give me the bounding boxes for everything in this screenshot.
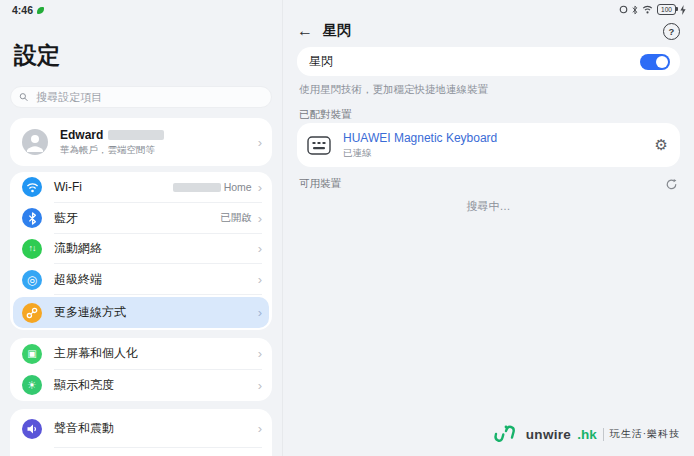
- chevron-right-icon: ›: [258, 273, 262, 286]
- sidebar-item-bluetooth[interactable]: 藍牙 已開啟 ›: [10, 203, 272, 234]
- wifi-icon: [22, 177, 42, 197]
- account-subtitle: 華為帳戶，雲端空間等: [60, 144, 252, 157]
- device-text: HUAWEI Magnetic Keyboard 已連線: [343, 131, 655, 160]
- toggle-label: 星閃: [309, 53, 640, 70]
- account-text: Edward 華為帳戶，雲端空間等: [60, 128, 252, 157]
- sidebar-item-label: 流動網絡: [54, 240, 252, 257]
- paired-devices-label: 已配對裝置: [299, 108, 352, 122]
- bluetooth-state-value: 已開啟: [220, 211, 252, 225]
- sidebar-item-mobile-network[interactable]: ↑↓ 流動網絡 ›: [10, 234, 272, 265]
- sidebar-item-notifications[interactable]: 通知和狀態欄 ›: [10, 448, 272, 456]
- sidebar-item-label: 主屏幕和個人化: [54, 345, 252, 362]
- unwire-brand-text: unwire: [526, 427, 571, 442]
- nearlink-detail-pane: ← 星閃 ? 星閃 使用星閃技術，更加穩定快捷地連線裝置 已配對裝置 HUAWE…: [282, 0, 694, 456]
- device-status: 已連線: [343, 147, 655, 160]
- chevron-right-icon: ›: [258, 242, 262, 255]
- chevron-right-icon: ›: [258, 347, 262, 360]
- sidebar-item-label: 顯示和亮度: [54, 377, 252, 394]
- account-card[interactable]: Edward 華為帳戶，雲端空間等 ›: [10, 118, 272, 166]
- search-input[interactable]: [34, 90, 263, 104]
- sidebar-item-label: 超級終端: [54, 271, 252, 288]
- sidebar-item-label: Wi-Fi: [54, 180, 173, 194]
- sound-vibration-icon: [22, 419, 42, 439]
- chevron-right-icon: ›: [258, 422, 262, 435]
- chevron-right-icon: ›: [258, 136, 262, 149]
- search-bar[interactable]: [10, 86, 272, 108]
- sidebar-group-display: ▣ 主屏幕和個人化 › ☀ 顯示和亮度 ›: [10, 338, 272, 401]
- detail-title: 星閃: [323, 22, 663, 40]
- unwire-logo-icon: [493, 424, 520, 444]
- sidebar-item-display-brightness[interactable]: ☀ 顯示和亮度 ›: [10, 370, 272, 402]
- redacted-surname: [108, 130, 164, 140]
- keyboard-icon: [307, 136, 331, 155]
- toggle-knob: [656, 56, 668, 68]
- chevron-right-icon: ›: [258, 379, 262, 392]
- settings-sidebar: 設定 Edward 華為帳戶，雲端空間等 › Wi-Fi Home: [0, 0, 282, 456]
- wifi-network-value: Home: [173, 181, 252, 193]
- settings-app-window: 4:46 100 設定 Edward 華為帳戶，雲端空間等 ›: [0, 0, 694, 456]
- chevron-right-icon: ›: [258, 181, 262, 194]
- unwire-watermark: unwire .hk 玩生活·樂科技: [493, 424, 680, 444]
- watermark-divider: [603, 428, 604, 441]
- device-settings-gear-icon[interactable]: ⚙: [655, 136, 668, 154]
- display-brightness-icon: ☀: [22, 375, 42, 395]
- device-name: HUAWEI Magnetic Keyboard: [343, 131, 655, 145]
- sidebar-item-label: 聲音和震動: [54, 420, 252, 437]
- bluetooth-icon: [22, 208, 42, 228]
- back-button[interactable]: ←: [297, 22, 313, 40]
- mobile-network-icon: ↑↓: [22, 239, 42, 259]
- sidebar-item-label: 更多連線方式: [54, 304, 252, 321]
- unwire-tld-text: .hk: [577, 427, 597, 442]
- avatar: [22, 129, 48, 155]
- sidebar-item-wifi[interactable]: Wi-Fi Home ›: [10, 172, 272, 203]
- home-screen-icon: ▣: [22, 344, 42, 364]
- redacted-ssid: [173, 183, 221, 192]
- sidebar-item-sound-vibration[interactable]: 聲音和震動 ›: [10, 409, 272, 448]
- available-devices-label: 可用裝置: [299, 177, 665, 191]
- super-device-icon: ◎: [22, 270, 42, 290]
- available-devices-row: 可用裝置: [299, 177, 678, 191]
- more-connections-icon: [22, 303, 42, 323]
- unwire-tagline: 玩生活·樂科技: [610, 427, 680, 441]
- account-name: Edward: [60, 128, 252, 142]
- searching-status-text: 搜尋中…: [297, 199, 680, 214]
- sidebar-group-connections: Wi-Fi Home › 藍牙 已開啟 › ↑↓ 流動網絡 › ◎ 超級終端 ›: [10, 172, 272, 330]
- page-title: 設定: [14, 40, 60, 71]
- paired-device-row[interactable]: HUAWEI Magnetic Keyboard 已連線 ⚙: [297, 123, 680, 167]
- search-icon: [19, 92, 28, 102]
- sidebar-item-more-connections[interactable]: 更多連線方式 ›: [13, 297, 269, 328]
- feature-description: 使用星閃技術，更加穩定快捷地連線裝置: [299, 83, 678, 97]
- sidebar-group-sound: 聲音和震動 › 通知和狀態欄 ›: [10, 409, 272, 456]
- chevron-right-icon: ›: [258, 306, 262, 319]
- sidebar-item-home-screen[interactable]: ▣ 主屏幕和個人化 ›: [10, 338, 272, 370]
- help-button[interactable]: ?: [663, 23, 680, 40]
- nearlink-toggle-row: 星閃: [297, 47, 680, 76]
- nearlink-toggle[interactable]: [640, 54, 670, 70]
- refresh-spinner-icon[interactable]: [665, 178, 678, 191]
- chevron-right-icon: ›: [258, 212, 262, 225]
- sidebar-item-super-device[interactable]: ◎ 超級終端 ›: [10, 264, 272, 295]
- detail-header: ← 星閃 ?: [297, 20, 680, 42]
- sidebar-item-label: 藍牙: [54, 210, 220, 227]
